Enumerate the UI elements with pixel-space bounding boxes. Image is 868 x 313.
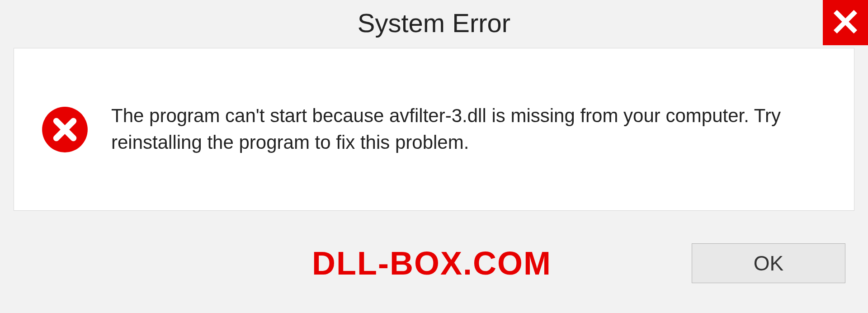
error-message: The program can't start because avfilter…: [111, 103, 827, 156]
dialog-title: System Error: [358, 8, 510, 38]
message-panel: The program can't start because avfilter…: [14, 48, 854, 211]
ok-button[interactable]: OK: [692, 243, 845, 283]
watermark-text: DLL-BOX.COM: [312, 245, 552, 282]
close-icon: [833, 9, 858, 36]
close-button[interactable]: [823, 0, 868, 45]
title-bar: System Error: [0, 0, 868, 45]
ok-button-label: OK: [754, 251, 783, 275]
footer: DLL-BOX.COM OK: [0, 213, 868, 313]
error-icon: [41, 106, 89, 153]
